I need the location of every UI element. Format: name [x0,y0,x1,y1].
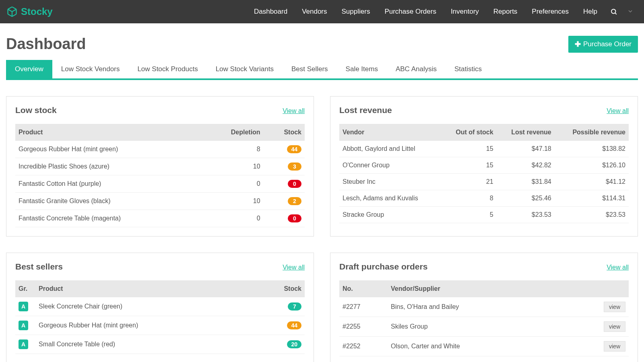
cell-no: #2277 [339,297,388,317]
nav-dashboard[interactable]: Dashboard [247,0,295,23]
search-icon[interactable] [605,8,623,15]
cell-possible: $41.12 [555,174,629,190]
col-stock: Stock [255,280,305,297]
col-lost: Lost revenue [497,124,555,141]
cell-grade: A [15,335,35,354]
cell-action: view [601,297,629,317]
table-row: Incredible Plastic Shoes (azure) 10 3 [15,158,305,175]
nav-items: DashboardVendorsSuppliersPurchase Orders… [247,0,605,23]
col-stock: Stock [264,124,305,141]
cell-depletion: 8 [202,141,264,158]
cell-stock: 7 [255,297,305,316]
cell-possible: $114.31 [555,190,629,207]
col-oos: Out of stock [442,124,496,141]
cell-depletion: 10 [202,158,264,175]
cell-stock: 44 [255,316,305,335]
view-all-link[interactable]: View all [283,264,305,271]
col-grade: Gr. [15,280,35,297]
table-row: Stracke Group 5 $23.53 $23.53 [339,207,629,223]
page-title: Dashboard [6,35,86,53]
view-all-link[interactable]: View all [283,107,305,115]
cell-depletion: 10 [202,193,264,210]
nav-inventory[interactable]: Inventory [444,0,486,23]
col-product: Product [35,280,255,297]
svg-line-2 [615,13,616,14]
cell-vendor: O'Conner Group [339,157,442,174]
table-row: Lesch, Adams and Kuvalis 8 $25.46 $114.3… [339,190,629,207]
stock-pill: 3 [288,162,301,171]
table-row: A Small Concrete Table (red) 20 [15,335,305,354]
nav-help[interactable]: Help [576,0,605,23]
tab-low-stock-vendors[interactable]: Low Stock Vendors [52,60,129,78]
cell-product: Fantastic Granite Gloves (black) [15,193,202,210]
tab-statistics[interactable]: Statistics [446,60,491,78]
view-button[interactable]: view [604,302,625,312]
cell-vendor: Steuber Inc [339,174,442,190]
table-row: Abbott, Gaylord and Littel 15 $47.18 $13… [339,141,629,157]
user-menu-caret-icon[interactable] [623,8,638,15]
cell-vendor: Stracke Group [339,207,442,223]
stock-pill: 2 [288,197,301,205]
cell-oos: 21 [442,174,496,190]
tabs: OverviewLow Stock VendorsLow Stock Produ… [6,60,638,80]
cell-product: Small Concrete Table (red) [35,335,255,354]
card-title: Low stock [15,105,57,115]
best-sellers-card: Best sellers View all Gr. Product Stock … [6,253,314,362]
cell-lost: $31.84 [497,174,555,190]
cell-lost: $25.46 [497,190,555,207]
cell-lost: $23.53 [497,207,555,223]
col-product: Product [15,124,202,141]
tab-low-stock-products[interactable]: Low Stock Products [128,60,206,78]
col-possible: Possible revenue [555,124,629,141]
cell-action: view [601,317,629,337]
view-button[interactable]: view [604,321,625,332]
nav-preferences[interactable]: Preferences [524,0,576,23]
cell-oos: 15 [442,157,496,174]
cell-product: Fantastic Concrete Table (magenta) [15,210,202,227]
stock-pill: 44 [287,321,301,329]
cell-stock: 2 [264,193,305,210]
table-row: Fantastic Granite Gloves (black) 10 2 [15,193,305,210]
tab-abc-analysis[interactable]: ABC Analysis [387,60,446,78]
grade-badge: A [19,321,28,330]
cell-vendor: Skiles Group [388,317,601,337]
table-row: Fantastic Concrete Table (magenta) 0 0 [15,210,305,227]
tab-low-stock-variants[interactable]: Low Stock Variants [207,60,283,78]
logo[interactable]: Stocky [6,6,53,17]
cell-product: Fantastic Cotton Hat (purple) [15,175,202,193]
cell-grade: A [15,297,35,316]
table-row: A Gorgeous Rubber Hat (mint green) 44 [15,316,305,335]
box-icon [6,6,18,17]
brand-text: Stocky [21,6,53,17]
view-button[interactable]: view [604,341,625,352]
nav-reports[interactable]: Reports [486,0,525,23]
top-nav: Stocky DashboardVendorsSuppliersPurchase… [0,0,644,23]
cell-vendor: Abbott, Gaylord and Littel [339,141,442,157]
cell-no: #2255 [339,317,388,337]
tab-overview[interactable]: Overview [6,60,52,78]
grade-badge: A [19,339,28,349]
nav-suppliers[interactable]: Suppliers [334,0,378,23]
view-all-link[interactable]: View all [607,264,629,271]
tab-sale-items[interactable]: Sale Items [337,60,387,78]
cell-oos: 15 [442,141,496,157]
nav-purchase-orders[interactable]: Purchase Orders [377,0,444,23]
table-row: Steuber Inc 21 $31.84 $41.12 [339,174,629,190]
cell-possible: $138.82 [555,141,629,157]
nav-vendors[interactable]: Vendors [295,0,334,23]
plus-icon: ✚ [575,40,581,49]
col-action [601,280,629,297]
view-all-link[interactable]: View all [607,107,629,115]
draft-po-table: No. Vendor/Supplier #2277 Bins, O'Hara a… [339,280,629,356]
stock-pill: 0 [288,180,301,188]
cell-oos: 5 [442,207,496,223]
table-row: #2255 Skiles Group view [339,317,629,337]
card-title: Best sellers [15,262,63,272]
lost-revenue-table: Vendor Out of stock Lost revenue Possibl… [339,124,629,223]
table-row: #2277 Bins, O'Hara and Bailey view [339,297,629,317]
table-row: #2252 Olson, Carter and White view [339,337,629,356]
col-depletion: Depletion [202,124,264,141]
new-purchase-order-button[interactable]: ✚ Purchase Order [568,36,638,53]
tab-best-sellers[interactable]: Best Sellers [283,60,337,78]
cell-product: Incredible Plastic Shoes (azure) [15,158,202,175]
